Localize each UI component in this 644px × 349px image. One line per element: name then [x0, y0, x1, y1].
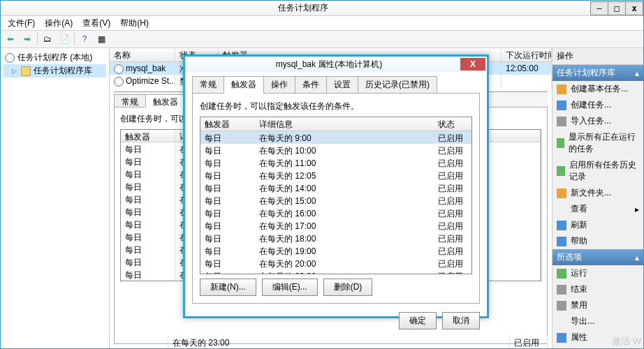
dialog-tab[interactable]: 设置 — [326, 76, 358, 94]
help-icon[interactable]: ? — [78, 32, 92, 46]
action-icon — [557, 166, 565, 176]
title-bar: 任务计划程序 — □ x — [1, 1, 643, 16]
action-icon — [557, 117, 566, 126]
action-item[interactable]: 结束 — [552, 281, 643, 297]
watermark: 激活 W — [612, 335, 641, 348]
trigger-row[interactable]: 每日在每天的 20:00已启用 — [200, 257, 471, 269]
action-icon — [557, 269, 566, 279]
toolbar: ⬅ ➡ 🗂 📄 ? ▦ — [1, 30, 643, 48]
detail-tab[interactable]: 常规 — [114, 94, 146, 107]
task-icon — [114, 77, 124, 87]
action-icon — [557, 285, 566, 295]
actions-group-library[interactable]: 任务计划程序库▴ — [552, 65, 643, 81]
action-item[interactable]: 新文件夹... — [552, 185, 643, 201]
menu-bar: 文件(F) 操作(A) 查看(V) 帮助(H) — [1, 16, 643, 30]
trigger-row[interactable]: 每日在每天的 23:00已启用 — [200, 269, 471, 274]
dialog-close-button[interactable]: X — [460, 58, 485, 70]
collapse-icon: ▴ — [635, 68, 639, 78]
detail-tab[interactable]: 触发器 — [145, 94, 186, 107]
trigger-row[interactable]: 每日在每天的 15:00已启用 — [200, 194, 471, 207]
dialog-tab[interactable]: 历史记录(已禁用) — [358, 76, 437, 94]
trigger-row[interactable]: 每日在每天的 9:00已启用 — [200, 131, 471, 144]
action-icon — [557, 84, 566, 94]
actions-pane: 操作 任务计划程序库▴ 创建基本任务...创建任务...导入任务...显示所有正… — [552, 48, 643, 348]
toolbar-icon[interactable]: 🗂 — [41, 32, 54, 46]
dialog-title: mysql_bak 属性(本地计算机) — [199, 59, 459, 70]
action-icon — [557, 101, 566, 110]
actions-group-selected[interactable]: 所选项▴ — [552, 249, 643, 265]
properties-dialog: mysql_bak 属性(本地计算机) X 常规触发器操作条件设置历史记录(已禁… — [183, 54, 489, 318]
trigger-row[interactable]: 每日在每天的 17:00已启用 — [200, 219, 471, 232]
trigger-row[interactable]: 每日在每天的 19:00已启用 — [200, 244, 471, 257]
refresh-icon[interactable]: 📄 — [57, 32, 71, 46]
trigger-row[interactable]: 每日在每天的 16:00已启用 — [200, 207, 471, 219]
actions-header: 操作 — [552, 48, 643, 65]
action-item[interactable]: 创建基本任务... — [552, 81, 643, 97]
action-item[interactable]: 创建任务... — [552, 97, 643, 113]
nav-back-icon[interactable]: ⬅ — [3, 32, 17, 46]
action-item[interactable]: 禁用 — [552, 297, 643, 313]
dialog-tab[interactable]: 操作 — [263, 76, 295, 94]
trigger-row[interactable]: 每日在每天的 12:05已启用 — [200, 169, 471, 181]
trigger-row[interactable]: 每日在每天的 18:00已启用 — [200, 232, 471, 244]
action-item[interactable]: 导出... — [552, 313, 643, 329]
action-icon — [557, 301, 566, 311]
menu-help[interactable]: 帮助(H) — [116, 16, 153, 31]
dialog-tab[interactable]: 触发器 — [224, 76, 264, 94]
cancel-button[interactable]: 取消 — [442, 312, 480, 329]
action-icon — [557, 237, 566, 246]
edit-trigger-button[interactable]: 编辑(E)... — [262, 279, 318, 296]
trigger-row[interactable]: 每日在每天的 10:00已启用 — [200, 144, 471, 156]
action-icon — [557, 333, 566, 343]
trigger-row[interactable]: 每日在每天的 11:00已启用 — [200, 156, 471, 169]
menu-file[interactable]: 文件(F) — [3, 16, 39, 31]
action-icon — [557, 221, 566, 230]
toolbar-icon[interactable]: ▦ — [94, 32, 108, 46]
action-item[interactable]: 查看▸ — [552, 201, 643, 217]
menu-action[interactable]: 操作(A) — [41, 16, 77, 31]
menu-view[interactable]: 查看(V) — [78, 16, 115, 31]
new-trigger-button[interactable]: 新建(N)... — [200, 279, 256, 296]
action-icon — [557, 138, 564, 148]
task-icon — [114, 64, 124, 74]
dialog-tab[interactable]: 常规 — [192, 76, 224, 94]
tree-root[interactable]: 任务计划程序 (本地) — [3, 51, 106, 64]
tree-library[interactable]: ▷ 任务计划程序库 — [3, 64, 106, 77]
window-title: 任务计划程序 — [15, 2, 591, 14]
collapse-icon: ▴ — [635, 253, 639, 262]
maximize-button[interactable]: □ — [608, 1, 626, 15]
action-icon — [557, 188, 566, 198]
trigger-row[interactable]: 每日在每天的 14:00已启用 — [200, 181, 471, 194]
close-button[interactable]: x — [625, 1, 643, 15]
ok-button[interactable]: 确定 — [399, 312, 437, 329]
submenu-icon: ▸ — [635, 205, 639, 214]
delete-trigger-button[interactable]: 删除(D) — [323, 279, 373, 296]
folder-icon — [21, 66, 31, 76]
expand-icon[interactable]: ▷ — [12, 68, 18, 74]
action-item[interactable]: 导入任务... — [552, 113, 643, 129]
action-item[interactable]: 启用所有任务历史记录 — [552, 157, 643, 185]
navigation-tree: 任务计划程序 (本地) ▷ 任务计划程序库 — [1, 48, 110, 348]
action-item[interactable]: 显示所有正在运行的任务 — [552, 129, 643, 157]
minimize-button[interactable]: — — [590, 1, 608, 15]
nav-fwd-icon[interactable]: ➡ — [20, 32, 34, 46]
action-item[interactable]: 刷新 — [552, 217, 643, 233]
scheduler-icon — [5, 53, 15, 63]
action-item[interactable]: 帮助 — [552, 233, 643, 249]
dialog-tab[interactable]: 条件 — [295, 76, 327, 94]
action-item[interactable]: 运行 — [552, 265, 643, 281]
dialog-hint: 创建任务时，可以指定触发该任务的条件。 — [200, 101, 472, 112]
